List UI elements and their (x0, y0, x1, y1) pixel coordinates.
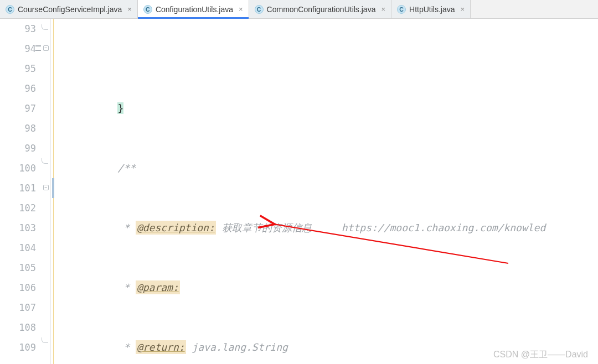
editor-tabs-bar: C CourseConfigServiceImpl.java × C Confi… (0, 0, 598, 19)
tab-file-2[interactable]: C CommonConfigurationUtils.java × (249, 0, 391, 18)
code-line: /** (58, 158, 598, 178)
fold-end-icon[interactable] (42, 337, 48, 343)
java-class-icon: C (397, 5, 406, 14)
code-line: * @param: (58, 278, 598, 298)
close-icon[interactable]: × (381, 5, 385, 13)
tab-label: CourseConfigServiceImpl.java (18, 5, 122, 14)
tab-label: HttpUtils.java (409, 5, 455, 14)
tab-file-0[interactable]: C CourseConfigServiceImpl.java × (0, 0, 138, 18)
line-number: 103 (0, 218, 36, 238)
fold-end-icon[interactable] (42, 24, 48, 30)
tab-label: ConfigurationUtils.java (156, 5, 233, 14)
line-number: 99 (0, 138, 36, 158)
line-number: 101 (0, 178, 36, 198)
line-number: 102 (0, 198, 36, 218)
fold-strip: − − (43, 19, 50, 364)
java-class-icon: C (255, 5, 264, 14)
line-number: 94 (0, 39, 36, 59)
line-number: 98 (0, 118, 36, 138)
tab-file-3[interactable]: C HttpUtils.java × (391, 0, 471, 18)
java-class-icon: C (6, 5, 14, 14)
java-class-icon: C (143, 5, 152, 14)
code-editor[interactable]: 93 94 95 96 97 98 99 100 101 102 103 104… (0, 19, 598, 364)
line-number: 96 (0, 79, 36, 98)
tab-file-1[interactable]: C ConfigurationUtils.java × (138, 0, 249, 18)
line-number: 97 (0, 98, 36, 118)
line-number: 107 (0, 298, 36, 318)
line-number: 108 (0, 318, 36, 337)
line-number: 104 (0, 238, 36, 258)
tab-label: CommonConfigurationUtils.java (267, 5, 376, 14)
fold-toggle-icon[interactable]: − (43, 45, 49, 51)
code-area[interactable]: } /** * @description: 获取章节的资源信息 https://… (51, 19, 598, 364)
line-number: 93 (0, 19, 36, 39)
code-line: * @return: java.lang.String (58, 337, 598, 357)
line-number: 105 (0, 258, 36, 278)
change-marker (52, 178, 54, 198)
line-number: 109 (0, 337, 36, 357)
line-number: 106 (0, 278, 36, 298)
close-icon[interactable]: × (461, 5, 465, 13)
line-number: 100 (0, 158, 36, 178)
fold-end-icon[interactable] (42, 158, 48, 164)
bookmark-icon (35, 45, 41, 51)
code-line: * @description: 获取章节的资源信息 https://mooc1.… (58, 218, 598, 238)
fold-toggle-icon[interactable]: − (43, 185, 49, 190)
close-icon[interactable]: × (239, 5, 243, 13)
line-number: 95 (0, 59, 36, 79)
close-icon[interactable]: × (127, 5, 132, 13)
code-line: } (58, 98, 598, 118)
line-number-gutter: 93 94 95 96 97 98 99 100 101 102 103 104… (0, 19, 51, 364)
